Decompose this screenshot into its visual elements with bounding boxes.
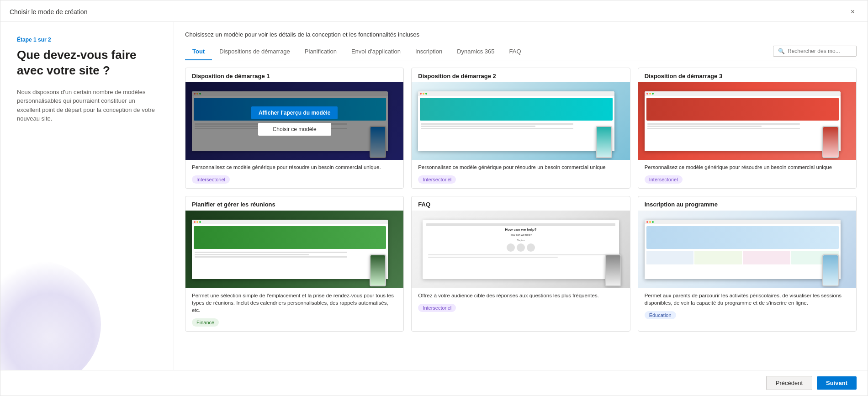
card-description: Personnalisez ce modèle générique pour r… [638, 160, 856, 174]
card-title: Disposition de démarrage 1 [185, 68, 403, 82]
next-button[interactable]: Suivant [817, 376, 857, 390]
tabs: Tout Dispositions de démarrage Planifica… [185, 44, 529, 60]
card-thumbnail[interactable] [185, 211, 403, 288]
right-subtitle: Choisissez un modèle pour voir les détai… [185, 31, 857, 38]
search-icon: 🔍 [778, 48, 785, 54]
decorative-blob [0, 260, 101, 370]
card-title: Disposition de démarrage 3 [638, 68, 856, 82]
card-faq[interactable]: FAQ How can we help? How can we help? To… [411, 196, 630, 332]
back-button[interactable]: Précédent [766, 376, 812, 390]
card-tag[interactable]: Finance [192, 318, 219, 327]
card-thumbnail-inner [638, 211, 856, 288]
cards-area: Disposition de démarrage 1 [174, 60, 868, 370]
tab-dispositions[interactable]: Dispositions de démarrage [212, 44, 297, 60]
card-tag[interactable]: Intersectoriel [645, 175, 683, 184]
tab-dynamics[interactable]: Dynamics 365 [450, 44, 502, 60]
card-thumbnail-inner [185, 211, 403, 288]
card-planifier-reunions[interactable]: Planifier et gérer les réunions [185, 196, 404, 332]
card-description: Personnalisez ce modèle générique pour r… [185, 160, 403, 174]
dialog-footer: Précédent Suivant [0, 370, 868, 396]
tab-inscription[interactable]: Inscription [408, 44, 450, 60]
choose-button[interactable]: Choisir ce modèle [258, 123, 331, 136]
left-description: Nous disposons d'un certain nombre de mo… [17, 88, 157, 123]
preview-button[interactable]: Afficher l'aperçu du modèle [251, 106, 338, 119]
tab-envoi[interactable]: Envoi d'application [344, 44, 408, 60]
card-thumbnail[interactable] [638, 211, 856, 288]
card-title: Disposition de démarrage 2 [412, 68, 630, 82]
dialog-header: Choisir le mode de création × [0, 0, 868, 22]
right-header: Choisissez un modèle pour voir les détai… [174, 22, 868, 60]
card-thumbnail[interactable]: How can we help? How can we help? Topics [412, 211, 630, 288]
tab-planification[interactable]: Planification [297, 44, 344, 60]
card-thumbnail-inner [412, 82, 630, 160]
dialog-title: Choisir le mode de création [10, 8, 87, 16]
card-title: Inscription au programme [638, 196, 856, 211]
right-panel: Choisissez un modèle pour voir les détai… [174, 22, 868, 370]
card-tag[interactable]: Intersectoriel [418, 304, 456, 312]
search-input[interactable] [788, 48, 852, 54]
left-title: Que devez-vous faire avec votre site ? [17, 48, 157, 79]
card-title: FAQ [412, 196, 630, 211]
tabs-row: Tout Dispositions de démarrage Planifica… [185, 44, 857, 60]
card-overlay: Afficher l'aperçu du modèle Choisir ce m… [185, 82, 403, 160]
card-inscription-programme[interactable]: Inscription au programme [638, 196, 857, 332]
card-title: Planifier et gérer les réunions [185, 196, 403, 211]
step-label: Étape 1 sur 2 [17, 37, 157, 43]
card-disposition-2[interactable]: Disposition de démarrage 2 [411, 68, 630, 189]
card-disposition-3[interactable]: Disposition de démarrage 3 [638, 68, 857, 189]
card-description: Offrez à votre audience cible des répons… [412, 288, 630, 302]
card-description: Permet aux parents de parcourir les acti… [638, 288, 856, 309]
card-thumbnail-inner [638, 82, 856, 160]
dialog: Choisir le mode de création × Étape 1 su… [0, 0, 868, 396]
left-panel: Étape 1 sur 2 Que devez-vous faire avec … [0, 22, 174, 370]
card-thumbnail[interactable] [638, 82, 856, 160]
tab-faq[interactable]: FAQ [502, 44, 529, 60]
search-box[interactable]: 🔍 [773, 46, 857, 57]
card-tag[interactable]: Éducation [645, 311, 676, 319]
card-thumbnail-inner: How can we help? How can we help? Topics [412, 211, 630, 288]
card-thumbnail[interactable] [412, 82, 630, 160]
card-disposition-1[interactable]: Disposition de démarrage 1 [185, 68, 404, 189]
card-thumbnail[interactable]: Afficher l'aperçu du modèle Choisir ce m… [185, 82, 403, 160]
card-description: Personnalisez ce modèle générique pour r… [412, 160, 630, 174]
cards-grid: Disposition de démarrage 1 [185, 68, 857, 332]
card-tag[interactable]: Intersectoriel [418, 175, 456, 184]
dialog-body: Étape 1 sur 2 Que devez-vous faire avec … [0, 22, 868, 370]
tab-tout[interactable]: Tout [185, 44, 212, 60]
card-tag[interactable]: Intersectoriel [192, 175, 230, 184]
card-description: Permet une sélection simple de l'emplace… [185, 288, 403, 317]
close-button[interactable]: × [847, 6, 858, 18]
